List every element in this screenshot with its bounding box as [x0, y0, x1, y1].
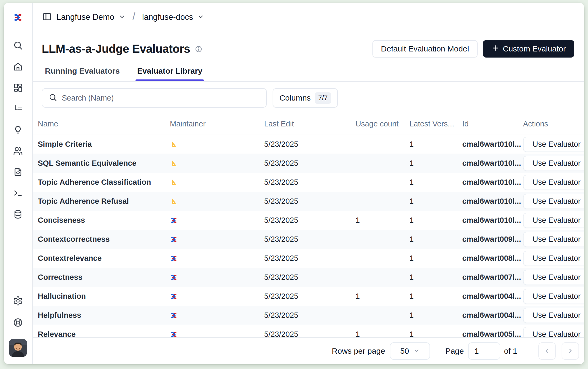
- use-evaluator-button[interactable]: Use Evaluator: [523, 270, 584, 285]
- table-row[interactable]: Contextrelevance 5/23/2025 1 cmal6wart00…: [33, 249, 584, 268]
- ragas-maintainer-icon: [170, 140, 178, 148]
- actions-cell: Use Evaluator: [523, 137, 584, 152]
- app-window: Langfuse Demo / langfuse-docs LLM-as-a-J…: [4, 3, 584, 364]
- chevron-down-icon[interactable]: [119, 13, 125, 21]
- use-evaluator-button[interactable]: Use Evaluator: [523, 137, 584, 152]
- breadcrumb-project[interactable]: langfuse-docs: [142, 12, 193, 22]
- maintainer-cell: [170, 216, 264, 224]
- evaluator-name: Topic Adherence Classification: [38, 178, 170, 187]
- maintainer-cell: [170, 330, 264, 338]
- use-evaluator-button[interactable]: Use Evaluator: [523, 156, 584, 171]
- playground-terminal-icon[interactable]: [13, 188, 23, 198]
- latest-version: 1: [409, 273, 462, 282]
- column-header-usage-count[interactable]: Usage count: [356, 120, 409, 128]
- info-icon[interactable]: [195, 45, 202, 54]
- page-number-input[interactable]: [468, 342, 500, 360]
- user-avatar[interactable]: [9, 339, 27, 357]
- last-edit-date: 5/23/2025: [264, 330, 356, 337]
- default-evaluation-model-button[interactable]: Default Evaluation Model: [372, 40, 478, 58]
- table-row[interactable]: Helpfulness 5/23/2025 1 cmal6wart004l...…: [33, 306, 584, 325]
- use-evaluator-button[interactable]: Use Evaluator: [523, 213, 584, 228]
- table-row[interactable]: Relevance 5/23/2025 1 1 cmal6wart005l...…: [33, 325, 584, 337]
- custom-evaluator-button[interactable]: Custom Evaluator: [483, 40, 574, 58]
- table-row[interactable]: SQL Semantic Equivalence 5/23/2025 1 cma…: [33, 154, 584, 173]
- actions-cell: Use Evaluator: [523, 156, 584, 171]
- sidebar-nav: [13, 40, 23, 220]
- latest-version: 1: [409, 216, 462, 225]
- table-row[interactable]: Topic Adherence Classification 5/23/2025…: [33, 173, 584, 192]
- dashboard-icon[interactable]: [13, 82, 23, 93]
- maintainer-cell: [170, 140, 264, 148]
- tab-running-evaluators[interactable]: Running Evaluators: [43, 67, 121, 81]
- use-evaluator-button[interactable]: Use Evaluator: [523, 232, 584, 247]
- last-edit-date: 5/23/2025: [264, 311, 356, 320]
- table-row[interactable]: Correctness 5/23/2025 1 cmal6wart007l...…: [33, 268, 584, 287]
- latest-version: 1: [409, 140, 462, 149]
- usage-count: 1: [356, 292, 409, 301]
- chevron-left-icon: [544, 347, 550, 355]
- evaluator-name: Hallucination: [38, 292, 170, 301]
- page-header: LLM-as-a-Judge Evaluators Default Evalua…: [33, 32, 584, 58]
- table-row[interactable]: Conciseness 5/23/2025 1 1 cmal6wart010l.…: [33, 211, 584, 230]
- tab-evaluator-library[interactable]: Evaluator Library: [136, 67, 204, 81]
- next-page-button[interactable]: [562, 342, 579, 360]
- actions-cell: Use Evaluator: [523, 289, 584, 304]
- evaluator-id: cmal6wart010l...: [462, 216, 523, 225]
- langfuse-logo[interactable]: [4, 3, 32, 32]
- use-evaluator-button[interactable]: Use Evaluator: [523, 175, 584, 190]
- last-edit-date: 5/23/2025: [264, 197, 356, 206]
- topbar: Langfuse Demo / langfuse-docs: [33, 3, 584, 32]
- rows-per-page-label: Rows per page: [332, 347, 385, 356]
- sidebar: [4, 3, 33, 364]
- table-row[interactable]: Hallucination 5/23/2025 1 1 cmal6wart004…: [33, 287, 584, 306]
- use-evaluator-button[interactable]: Use Evaluator: [523, 327, 584, 338]
- users-icon[interactable]: [13, 146, 23, 156]
- last-edit-date: 5/23/2025: [264, 273, 356, 282]
- table-row[interactable]: Simple Criteria 5/23/2025 1 cmal6wart010…: [33, 135, 584, 154]
- tracing-tree-icon[interactable]: [13, 103, 23, 114]
- tabs: Running Evaluators Evaluator Library: [33, 67, 584, 81]
- breadcrumb-org[interactable]: Langfuse Demo: [57, 12, 114, 22]
- actions-cell: Use Evaluator: [523, 232, 584, 247]
- search-input[interactable]: [62, 94, 260, 102]
- support-lifebuoy-icon[interactable]: [13, 317, 23, 328]
- ragas-maintainer-icon: [170, 197, 178, 205]
- columns-count-badge: 7/7: [315, 92, 331, 104]
- use-evaluator-button[interactable]: Use Evaluator: [523, 289, 584, 304]
- column-header-maintainer[interactable]: Maintainer: [170, 120, 264, 128]
- previous-page-button[interactable]: [538, 342, 556, 360]
- search-icon[interactable]: [13, 40, 23, 51]
- columns-label: Columns: [279, 93, 311, 102]
- evaluator-id: cmal6wart009l...: [462, 235, 523, 244]
- table-row[interactable]: Contextcorrectness 5/23/2025 1 cmal6wart…: [33, 230, 584, 249]
- langfuse-maintainer-icon: [170, 216, 178, 224]
- sidebar-toggle-icon[interactable]: [42, 12, 52, 22]
- chevron-down-icon[interactable]: [197, 13, 204, 21]
- column-header-last-edit[interactable]: Last Edit: [264, 120, 356, 128]
- evaluator-table: Name Maintainer Last Edit Usage count La…: [33, 113, 584, 337]
- latest-version: 1: [409, 235, 462, 244]
- columns-button[interactable]: Columns 7/7: [273, 88, 338, 108]
- column-header-id[interactable]: Id: [462, 120, 523, 128]
- last-edit-date: 5/23/2025: [264, 178, 356, 187]
- rows-per-page-select[interactable]: 50: [390, 342, 430, 360]
- sidebar-bottom: [4, 296, 32, 357]
- use-evaluator-button[interactable]: Use Evaluator: [523, 194, 584, 209]
- column-header-latest-version[interactable]: Latest Vers...: [409, 120, 462, 128]
- chevron-right-icon: [567, 347, 574, 355]
- use-evaluator-button[interactable]: Use Evaluator: [523, 251, 584, 266]
- prompts-file-code-icon[interactable]: [13, 167, 23, 177]
- langfuse-maintainer-icon: [170, 292, 178, 300]
- datasets-database-icon[interactable]: [13, 209, 23, 220]
- page-title: LLM-as-a-Judge Evaluators: [42, 42, 190, 55]
- actions-cell: Use Evaluator: [523, 270, 584, 285]
- table-row[interactable]: Topic Adherence Refusal 5/23/2025 1 cmal…: [33, 192, 584, 211]
- home-icon[interactable]: [13, 61, 23, 72]
- ragas-maintainer-icon: [170, 178, 178, 186]
- use-evaluator-button[interactable]: Use Evaluator: [523, 308, 584, 323]
- evals-lightbulb-icon[interactable]: [13, 125, 23, 135]
- chevron-down-icon: [413, 347, 420, 356]
- column-header-name[interactable]: Name: [38, 120, 170, 128]
- maintainer-cell: [170, 273, 264, 281]
- settings-gear-icon[interactable]: [13, 296, 23, 306]
